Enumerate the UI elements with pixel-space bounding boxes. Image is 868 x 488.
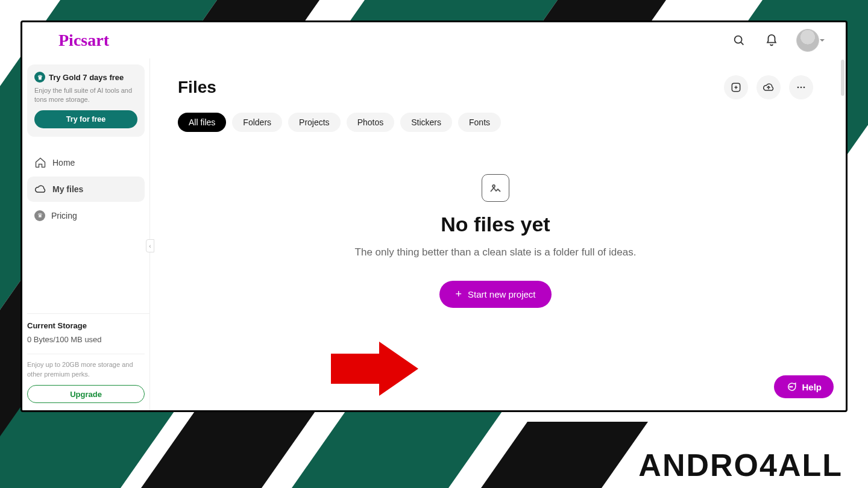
page-title: Files: [178, 78, 216, 97]
cloud-icon: [34, 183, 46, 195]
gold-promo-card: ♛ Try Gold 7 days free Enjoy the full su…: [27, 64, 145, 137]
help-label: Help: [802, 382, 822, 392]
try-free-button[interactable]: Try for free: [34, 110, 137, 128]
upload-button[interactable]: [756, 75, 781, 99]
home-icon: [34, 157, 46, 169]
help-button[interactable]: Help: [774, 375, 834, 398]
search-icon[interactable]: [731, 33, 747, 48]
storage-heading: Current Storage: [27, 321, 145, 330]
plus-icon: +: [455, 288, 462, 301]
promo-title: Try Gold 7 days free: [49, 73, 124, 82]
svg-point-5: [797, 87, 799, 89]
svg-line-1: [741, 42, 743, 45]
sidebar-item-myfiles[interactable]: My files: [27, 177, 145, 202]
empty-subtitle: The only thing better than a clean slate…: [327, 245, 664, 260]
sidebar-item-label: Home: [52, 158, 75, 167]
tab-folders[interactable]: Folders: [232, 113, 282, 132]
svg-point-10: [790, 386, 791, 387]
sidebar: ♛ Try Gold 7 days free Enjoy the full su…: [22, 58, 150, 410]
scrollbar[interactable]: [841, 60, 844, 96]
tab-photos[interactable]: Photos: [347, 113, 395, 132]
bell-icon[interactable]: [764, 33, 779, 48]
new-folder-button[interactable]: [724, 75, 748, 99]
avatar[interactable]: [796, 29, 819, 52]
cloud-upload-icon: [763, 81, 775, 93]
chat-icon: [786, 381, 797, 392]
start-button-label: Start new project: [468, 289, 536, 299]
tab-stickers[interactable]: Stickers: [400, 113, 452, 132]
tab-all-files[interactable]: All files: [178, 113, 226, 132]
sidebar-nav: Home My files ♛ Pricing: [27, 150, 149, 228]
crown-icon: ♛: [34, 210, 45, 221]
tab-projects[interactable]: Projects: [288, 113, 341, 132]
dots-icon: [795, 81, 807, 93]
start-new-project-button[interactable]: + Start new project: [439, 281, 551, 308]
svg-point-7: [804, 87, 805, 89]
sidebar-item-home[interactable]: Home: [27, 150, 145, 175]
main-panel: Files All files Folders Projects: [150, 58, 846, 410]
upgrade-button[interactable]: Upgrade: [27, 385, 145, 403]
svg-marker-9: [331, 342, 418, 396]
annotation-arrow: [331, 342, 421, 396]
svg-point-6: [800, 87, 802, 89]
storage-note: Enjoy up to 20GB more storage and other …: [27, 354, 145, 379]
top-bar: Picsart: [22, 22, 846, 58]
crown-icon: ♛: [34, 72, 45, 83]
sidebar-item-label: Pricing: [51, 211, 77, 221]
watermark-text: ANDRO4ALL: [638, 447, 843, 483]
app-window: Picsart ♛ Try Gold 7 days free Enjoy the…: [20, 20, 848, 412]
tab-fonts[interactable]: Fonts: [458, 113, 501, 132]
image-icon: [482, 174, 509, 202]
storage-value: 0 Bytes/100 MB used: [27, 335, 145, 344]
filter-tabs: All files Folders Projects Photos Sticke…: [178, 113, 813, 132]
svg-point-8: [492, 185, 495, 187]
empty-state: No files yet The only thing better than …: [327, 174, 664, 308]
promo-subtitle: Enjoy the full suite of AI tools and ton…: [34, 86, 137, 104]
empty-title: No files yet: [327, 213, 664, 236]
svg-point-0: [735, 36, 742, 43]
sidebar-item-pricing[interactable]: ♛ Pricing: [27, 203, 145, 228]
brand-logo[interactable]: Picsart: [58, 31, 109, 50]
svg-point-11: [791, 386, 793, 387]
more-menu-button[interactable]: [789, 75, 813, 99]
folder-plus-icon: [730, 81, 742, 93]
sidebar-item-label: My files: [52, 184, 83, 194]
